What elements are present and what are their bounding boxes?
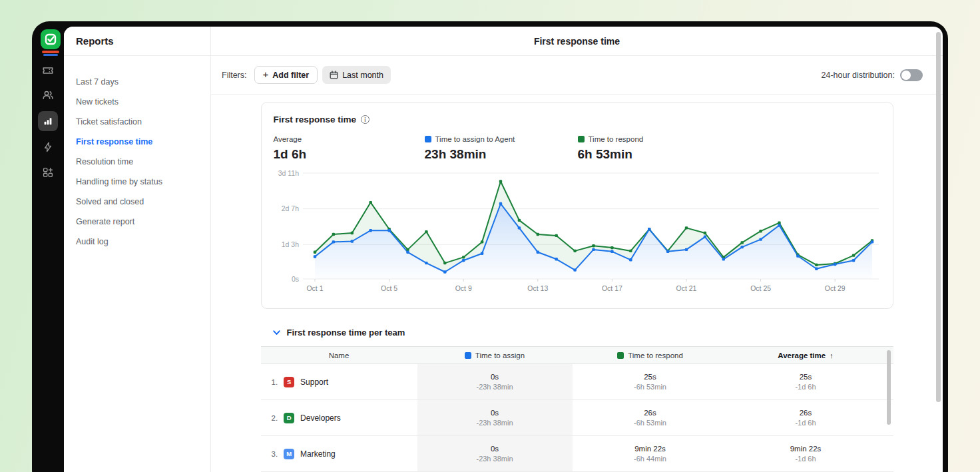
svg-text:1d 3h: 1d 3h <box>281 240 298 248</box>
team-name: Developers <box>300 413 341 423</box>
svg-text:3d 11h: 3d 11h <box>278 169 298 177</box>
app-rail <box>32 21 64 472</box>
filters-label: Filters: <box>222 71 247 80</box>
sidebar-item-ticket-satisfaction[interactable]: Ticket satisfaction <box>76 112 210 132</box>
column-header-time-to-respond[interactable]: Time to respond <box>573 347 728 363</box>
page-header: First response time <box>211 27 943 56</box>
ticket-icon <box>42 65 54 77</box>
average-delta: -1d 6h <box>795 455 816 463</box>
page-scrollbar[interactable] <box>936 32 941 402</box>
column-header-name[interactable]: Name <box>261 347 417 363</box>
logo-layer-blue <box>43 54 58 56</box>
row-rank: 3. <box>272 450 278 458</box>
stat-assign-label: Time to assign to Agent <box>435 135 515 143</box>
bar-chart-icon <box>42 115 54 127</box>
sidebar-item-solved-and-closed[interactable]: Solved and closed <box>76 192 210 212</box>
respond-delta: -6h 53min <box>634 419 666 427</box>
calendar-icon <box>330 71 338 79</box>
contacts-icon <box>42 89 54 101</box>
lightning-icon <box>42 141 54 153</box>
svg-text:Oct 29: Oct 29 <box>824 284 845 292</box>
rail-item-tickets[interactable] <box>38 61 58 81</box>
rail-item-automations[interactable] <box>38 137 58 157</box>
main-panel: First response time Filters: + Add filte… <box>211 27 943 472</box>
respond-value: 26s <box>644 409 656 417</box>
row-rank: 2. <box>272 414 278 422</box>
sidebar-item-generate-report[interactable]: Generate report <box>76 212 210 232</box>
assign-swatch-icon <box>425 136 431 142</box>
sidebar-item-resolution-time[interactable]: Resolution time <box>76 152 210 172</box>
table-row[interactable]: 3. M Marketing 0s -23h 38min 9min 22s -6… <box>261 436 893 472</box>
plus-icon: + <box>263 69 269 80</box>
stat-average-value: 1d 6h <box>274 147 425 162</box>
stat-respond-label: Time to respond <box>589 135 644 143</box>
column-header-average-time[interactable]: Average time ↑ <box>728 347 883 363</box>
average-value: 9min 22s <box>790 445 822 453</box>
svg-text:Oct 25: Oct 25 <box>750 284 771 292</box>
chevron-down-icon <box>273 329 280 336</box>
apps-icon <box>42 166 54 178</box>
stat-time-to-respond: Time to respond 6h 53min <box>578 135 731 162</box>
sidebar-items: Last 7 days New tickets Ticket satisfact… <box>64 56 210 252</box>
svg-text:Oct 21: Oct 21 <box>676 284 696 292</box>
sidebar-item-first-response-time[interactable]: First response time <box>76 132 210 152</box>
average-delta: -1d 6h <box>795 383 816 391</box>
svg-text:Oct 17: Oct 17 <box>601 284 622 292</box>
svg-text:0s: 0s <box>291 275 298 283</box>
stat-respond-value: 6h 53min <box>578 147 731 162</box>
team-table: Name Time to assign Time to respond Aver… <box>261 346 893 472</box>
sidebar-title: Reports <box>76 35 114 47</box>
respond-column-swatch-icon <box>617 352 624 359</box>
svg-text:Oct 5: Oct 5 <box>381 284 397 292</box>
respond-delta: -6h 44min <box>634 455 666 463</box>
info-icon[interactable]: i <box>361 115 369 124</box>
sort-ascending-icon: ↑ <box>830 352 834 359</box>
assign-value: 0s <box>491 409 499 417</box>
rail-item-apps[interactable] <box>38 162 58 182</box>
respond-value: 9min 22s <box>634 445 666 453</box>
respond-delta: -6h 53min <box>634 383 666 391</box>
date-range-button[interactable]: Last month <box>322 66 391 84</box>
sidebar-item-new-tickets[interactable]: New tickets <box>76 92 210 112</box>
sidebar-item-last-7-days[interactable]: Last 7 days <box>76 72 210 92</box>
assign-column-swatch-icon <box>465 352 471 359</box>
rail-item-contacts[interactable] <box>38 85 58 105</box>
toggle-knob <box>901 71 911 80</box>
stat-average-label: Average <box>274 135 302 143</box>
team-badge: M <box>284 449 294 459</box>
sidebar-header: Reports <box>64 27 210 56</box>
team-badge: S <box>284 377 294 387</box>
svg-text:2d 7h: 2d 7h <box>281 204 298 212</box>
add-filter-label: Add filter <box>272 71 309 80</box>
table-row[interactable]: 1. S Support 0s -23h 38min 25s -6h 53min <box>261 364 893 400</box>
distribution-toggle[interactable] <box>900 69 923 81</box>
page-title: First response time <box>534 36 620 47</box>
response-time-card: First response time i Average 1d 6h Time… <box>261 102 893 309</box>
card-title: First response time <box>274 115 357 124</box>
sidebar-item-audit-log[interactable]: Audit log <box>76 232 210 252</box>
logo-layer-red <box>42 51 59 53</box>
column-header-time-to-assign[interactable]: Time to assign <box>417 347 573 363</box>
app-logo[interactable] <box>41 29 61 49</box>
table-row[interactable]: 2. D Developers 0s -23h 38min 26s -6h 53… <box>261 400 893 436</box>
sidebar-item-handling-time-by-status[interactable]: Handling time by status <box>76 172 210 192</box>
assign-delta: -23h 38min <box>476 383 513 391</box>
reports-sidebar: Reports Last 7 days New tickets Ticket s… <box>64 27 211 472</box>
distribution-control: 24-hour distribution: <box>822 69 923 81</box>
rail-item-reports[interactable] <box>38 111 58 131</box>
team-badge: D <box>284 413 294 423</box>
content-area: First response time i Average 1d 6h Time… <box>211 95 943 472</box>
add-filter-button[interactable]: + Add filter <box>254 66 318 84</box>
date-range-label: Last month <box>342 71 383 80</box>
team-name: Support <box>300 377 328 387</box>
respond-value: 25s <box>644 373 656 381</box>
table-section-header[interactable]: First response time per team <box>261 322 893 342</box>
average-delta: -1d 6h <box>795 419 816 427</box>
stats-row: Average 1d 6h Time to assign to Agent 23… <box>274 135 881 162</box>
table-scrollbar[interactable] <box>887 350 891 425</box>
row-rank: 1. <box>272 378 278 386</box>
respond-swatch-icon <box>578 136 585 142</box>
check-logo-icon <box>44 33 57 46</box>
filters-bar: Filters: + Add filter Last month 24-hour <box>211 56 943 95</box>
svg-text:Oct 1: Oct 1 <box>306 284 323 292</box>
